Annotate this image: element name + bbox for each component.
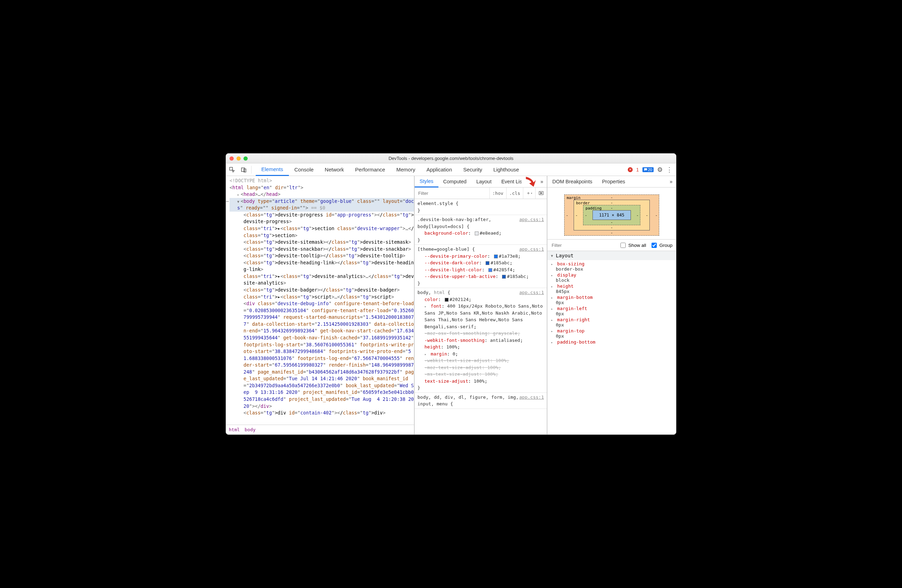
cls-toggle[interactable]: .cls	[506, 188, 523, 199]
window-title: DevTools - developers.google.com/web/too…	[388, 156, 514, 161]
breadcrumb[interactable]: html body	[226, 425, 414, 434]
tabs-overflow-icon-2[interactable]: »	[666, 176, 676, 187]
animations-icon[interactable]	[535, 188, 547, 199]
device-toolbar-icon[interactable]	[238, 163, 250, 176]
main-tab-elements[interactable]: Elements	[256, 163, 289, 176]
computed-filter-input[interactable]	[551, 242, 615, 248]
main-tab-network[interactable]: Network	[319, 163, 350, 176]
main-tab-lighthouse[interactable]: Lighthouse	[488, 163, 525, 176]
computed-properties[interactable]: ▸ box-sizingborder-box▸ displayblock▸ he…	[547, 260, 676, 434]
traffic-lights	[230, 156, 248, 161]
inspect-element-icon[interactable]	[226, 163, 238, 176]
styles-rules[interactable]: element.style {}app.css:1.devsite-book-n…	[415, 199, 547, 434]
margin-right-val: -	[655, 213, 658, 217]
border-right-val: -	[646, 213, 648, 217]
content-size: 1171 × 845	[592, 210, 631, 220]
hov-toggle[interactable]: :hov	[489, 188, 506, 199]
border-bottom-val: -	[611, 225, 613, 230]
more-icon[interactable]: ⋮	[666, 166, 672, 174]
styles-panel: Styles Computed Layout Event Listeners »…	[415, 176, 547, 434]
layout-section-header[interactable]: ▼Layout	[547, 251, 676, 260]
devtools-window: DevTools - developers.google.com/web/too…	[226, 153, 676, 435]
tab-event-listeners[interactable]: Event Listeners	[496, 176, 521, 187]
tab-properties-2[interactable]: Properties	[597, 176, 630, 187]
tab-dom-breakpoints-2[interactable]: DOM Breakpoints	[547, 176, 597, 187]
padding-bottom-val: -	[611, 220, 613, 225]
show-all-toggle[interactable]: Show all	[619, 242, 646, 249]
settings-icon[interactable]: ⚙	[657, 166, 663, 174]
styles-tabs: Styles Computed Layout Event Listeners »	[415, 176, 547, 188]
border-left-val: -	[575, 213, 578, 217]
minimize-window-button[interactable]	[236, 156, 241, 161]
error-count: 1	[636, 167, 639, 172]
annotation-arrow-icon	[524, 175, 537, 189]
margin-left-val: -	[566, 213, 568, 217]
maximize-window-button[interactable]	[243, 156, 248, 161]
svg-rect-1	[241, 167, 244, 172]
error-badge[interactable]: ✕	[628, 167, 633, 172]
padding-left-val: -	[585, 213, 587, 217]
message-badge[interactable]: 20	[642, 167, 654, 172]
breadcrumb-body[interactable]: body	[244, 427, 255, 432]
tabs-overflow-icon[interactable]: »	[537, 176, 547, 187]
styles-filter-input[interactable]	[415, 191, 489, 196]
margin-top-val: -	[611, 195, 613, 200]
close-window-button[interactable]	[230, 156, 234, 161]
padding-top-val: -	[611, 206, 613, 210]
main-tab-application[interactable]: Application	[421, 163, 458, 176]
main-tab-security[interactable]: Security	[458, 163, 488, 176]
tab-computed[interactable]: Computed	[438, 176, 471, 187]
box-model[interactable]: margin - - - - border - - - - padding -	[547, 188, 676, 239]
layout-section-label: Layout	[556, 253, 574, 258]
computed-panel-tabs: DOM Breakpoints Properties »	[547, 176, 676, 188]
breadcrumb-html[interactable]: html	[229, 427, 240, 432]
main-tabbar: ElementsConsoleNetworkPerformanceMemoryA…	[226, 163, 676, 176]
main-tab-console[interactable]: Console	[289, 163, 319, 176]
computed-panel: DOM Breakpoints Properties » margin - - …	[547, 176, 676, 434]
new-style-rule-icon[interactable]: ＋▾	[523, 188, 535, 199]
window-titlebar: DevTools - developers.google.com/web/too…	[226, 154, 676, 163]
main-tab-performance[interactable]: Performance	[350, 163, 391, 176]
show-all-label: Show all	[628, 243, 646, 248]
styles-toolbar: :hov .cls ＋▾	[415, 188, 547, 199]
tab-styles[interactable]: Styles	[415, 176, 438, 188]
tab-layout[interactable]: Layout	[471, 176, 496, 187]
dom-tree[interactable]: <!DOCTYPE html><html lang="en" dir="ltr"…	[226, 176, 414, 425]
elements-panel: <!DOCTYPE html><html lang="en" dir="ltr"…	[226, 176, 415, 434]
border-top-val: -	[611, 200, 613, 205]
message-count: 20	[648, 167, 652, 172]
divider	[251, 166, 252, 174]
main-tab-memory[interactable]: Memory	[391, 163, 421, 176]
group-label: Group	[659, 243, 672, 248]
margin-bottom-val: -	[611, 230, 613, 235]
padding-right-val: -	[636, 213, 639, 217]
computed-filter-row: Show all Group	[547, 239, 676, 251]
group-toggle[interactable]: Group	[650, 242, 672, 249]
